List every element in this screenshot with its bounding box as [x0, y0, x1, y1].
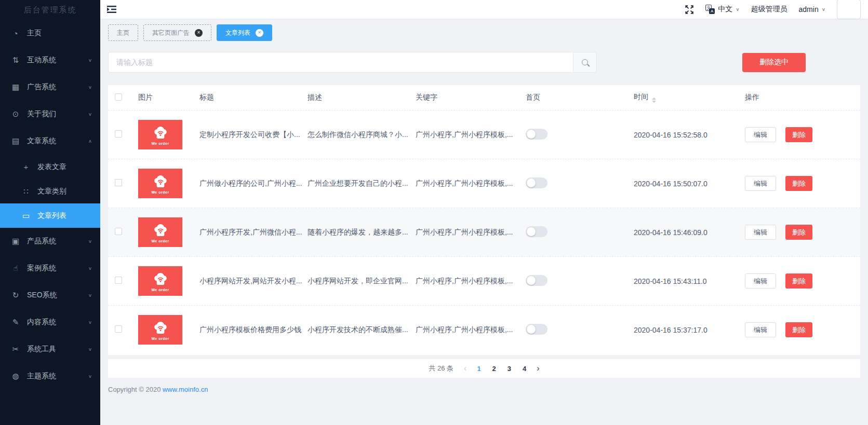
- home-toggle[interactable]: [526, 226, 547, 237]
- language-switcher[interactable]: 文A 中文 ∨: [705, 5, 739, 14]
- page-number[interactable]: 3: [508, 365, 511, 373]
- chef-hat-logo: [151, 222, 170, 241]
- row-checkbox[interactable]: [115, 325, 122, 333]
- row-checkbox[interactable]: [115, 277, 122, 284]
- sidebar-item[interactable]: ↻ SEO系统 ∨: [0, 282, 100, 309]
- edit-button[interactable]: 编辑: [745, 127, 776, 142]
- article-thumbnail[interactable]: We order: [138, 266, 182, 296]
- search-button[interactable]: [573, 52, 597, 73]
- article-thumbnail[interactable]: We order: [138, 217, 182, 247]
- category-icon: ∷: [21, 187, 31, 196]
- delete-button[interactable]: 删除: [785, 322, 812, 337]
- table-row: We order 定制小程序开发公司收费【小... 怎么制作微信小程序商城？小.…: [108, 110, 860, 159]
- thumbnail-brand-text: We order: [151, 239, 169, 243]
- page-tab[interactable]: 文章列表 ×: [217, 24, 272, 41]
- sidebar-item[interactable]: ⊙ 关于我们 ∨: [0, 101, 100, 128]
- sidebar-item[interactable]: ∷ 文章类别: [0, 179, 100, 203]
- edit-button[interactable]: 编辑: [745, 273, 776, 289]
- sidebar-item[interactable]: + 发表文章: [0, 155, 100, 179]
- article-title: 广州小程序开发,广州微信小程...: [199, 228, 308, 237]
- page-number[interactable]: 2: [492, 365, 496, 373]
- page-tab[interactable]: 其它页面广告 ×: [143, 24, 211, 41]
- article-desc: 随着小程序的爆发，越来越多...: [308, 228, 416, 237]
- footer: Copyright © 2020 www.moinfo.cn: [108, 378, 860, 401]
- sidebar-item[interactable]: ▭ 文章列表: [0, 203, 100, 228]
- article-thumbnail[interactable]: We order: [138, 315, 182, 345]
- footer-link[interactable]: www.moinfo.cn: [163, 386, 208, 393]
- home-toggle[interactable]: [526, 129, 547, 140]
- close-icon[interactable]: ×: [195, 29, 203, 37]
- sort-icon[interactable]: [652, 98, 656, 103]
- user-menu[interactable]: admin ∨: [799, 5, 825, 13]
- delete-selected-button[interactable]: 删除选中: [742, 53, 806, 72]
- chef-hat-logo: [151, 320, 170, 338]
- row-checkbox[interactable]: [115, 130, 122, 138]
- sidebar-item-label: 关于我们: [27, 109, 88, 119]
- edit-button[interactable]: 编辑: [745, 225, 776, 240]
- fullscreen-icon: [685, 5, 694, 14]
- sidebar-item[interactable]: ✂ 系统工具 ∨: [0, 336, 100, 363]
- column-header-keywords: 关键字: [416, 93, 526, 102]
- language-label: 中文: [718, 5, 732, 14]
- delete-button[interactable]: 删除: [785, 127, 812, 142]
- chevron-down-icon: ∨: [88, 347, 92, 351]
- article-thumbnail[interactable]: We order: [138, 120, 182, 149]
- row-checkbox[interactable]: [115, 179, 122, 186]
- home-toggle[interactable]: [526, 177, 547, 188]
- sidebar-item[interactable]: ◍ 主题系统 ∨: [0, 363, 100, 390]
- chevron-down-icon: ∨: [822, 7, 825, 11]
- fullscreen-button[interactable]: [685, 5, 694, 14]
- article-desc: 广州企业想要开发自己的小程...: [308, 179, 416, 188]
- sidebar-item[interactable]: ▤ 文章系统 ∧: [0, 128, 100, 155]
- article-thumbnail[interactable]: We order: [138, 169, 182, 198]
- delete-button[interactable]: 删除: [785, 225, 812, 240]
- delete-button[interactable]: 删除: [785, 176, 812, 191]
- home-toggle[interactable]: [526, 324, 547, 335]
- search-input[interactable]: [108, 52, 573, 73]
- table-header-row: 图片 标题 描述 关键字 首页 时间 操作: [108, 85, 860, 110]
- home-toggle[interactable]: [526, 275, 547, 286]
- article-keywords: 广州小程序,广州小程序模板,...: [416, 325, 526, 335]
- avatar[interactable]: [837, 0, 861, 19]
- page-number[interactable]: 1: [477, 365, 480, 373]
- sidebar-item[interactable]: ⇅ 互动系统 ∨: [0, 47, 100, 74]
- page-tab[interactable]: 主页 ×: [108, 24, 138, 41]
- tab-label: 主页: [117, 29, 129, 37]
- sidebar-item-label: 案例系统: [27, 264, 88, 273]
- sidebar-item-label: 内容系统: [27, 318, 88, 327]
- sidebar-item[interactable]: ✎ 内容系统 ∨: [0, 309, 100, 336]
- chevron-down-icon: ∨: [88, 293, 92, 297]
- sidebar-item-label: SEO系统: [27, 291, 88, 300]
- sidebar-item[interactable]: ◔ 主页: [0, 20, 100, 47]
- row-checkbox[interactable]: [115, 228, 122, 235]
- edit-button[interactable]: 编辑: [745, 176, 776, 191]
- select-all-checkbox[interactable]: [115, 93, 122, 101]
- article-keywords: 广州小程序,广州小程序模板,...: [416, 228, 526, 237]
- copyright-text: Copyright © 2020: [108, 386, 163, 393]
- sidebar-item[interactable]: ▣ 产品系统 ∨: [0, 228, 100, 255]
- pagination: 共 26 条 ‹ 1 2 3 4 ›: [108, 359, 860, 378]
- dashboard-icon: ◔: [10, 29, 21, 38]
- table-row: We order 小程序网站开发,网站开发小程... 小程序网站开发，即企业官网…: [108, 256, 860, 305]
- next-page-icon[interactable]: ›: [537, 364, 539, 373]
- column-header-home: 首页: [526, 93, 634, 102]
- sidebar-item[interactable]: ☝ 案例系统 ∨: [0, 255, 100, 282]
- seo-icon: ↻: [10, 291, 21, 300]
- case-icon: ☝: [10, 264, 21, 273]
- sidebar-item[interactable]: ▦ 广告系统 ∨: [0, 74, 100, 101]
- interaction-icon: ⇅: [10, 56, 21, 65]
- sidebar-menu: ◔ 主页 ⇅ 互动系统 ∨ ▦ 广告系统 ∨ ⊙: [0, 20, 100, 390]
- table-body: We order 定制小程序开发公司收费【小... 怎么制作微信小程序商城？小.…: [108, 110, 860, 354]
- about-icon: ⊙: [10, 109, 21, 119]
- delete-button[interactable]: 删除: [785, 273, 812, 289]
- prev-page-icon[interactable]: ‹: [464, 364, 466, 373]
- collapse-menu-button[interactable]: [106, 5, 117, 13]
- close-icon[interactable]: ×: [256, 29, 263, 37]
- chevron-down-icon: ∨: [88, 239, 92, 243]
- edit-button[interactable]: 编辑: [745, 322, 776, 337]
- column-header-time[interactable]: 时间: [634, 92, 745, 103]
- username: admin: [799, 5, 819, 13]
- topbar: 文A 中文 ∨ 超级管理员 admin ∨: [100, 0, 868, 19]
- tab-label: 其它页面广告: [152, 29, 190, 37]
- page-number[interactable]: 4: [523, 365, 526, 373]
